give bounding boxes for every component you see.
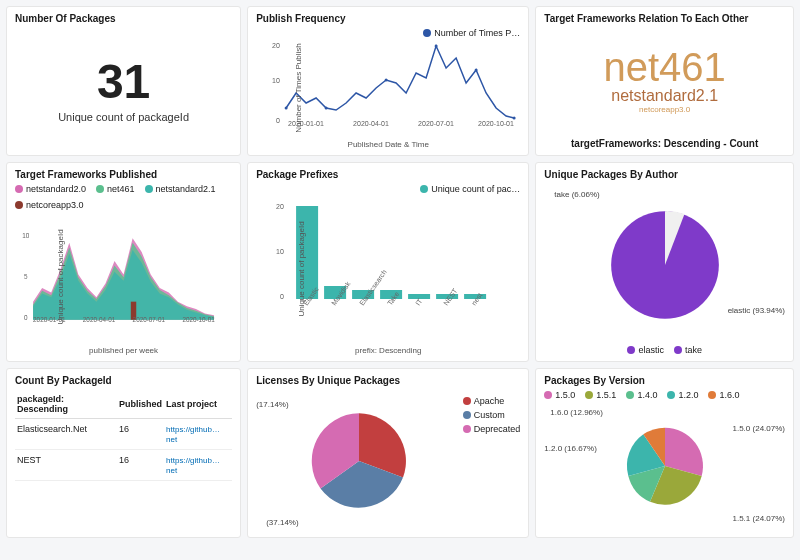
svg-text:2020-04-01: 2020-04-01 — [83, 316, 116, 323]
legend: Apache Custom Deprecated — [463, 396, 521, 531]
legend-item[interactable]: Apache — [463, 396, 505, 406]
legend: 1.5.0 1.5.1 1.4.0 1.2.0 1.6.0 — [544, 390, 785, 400]
panel-title: Target Frameworks Relation To Each Other — [544, 13, 785, 24]
panel-title: Unique Packages By Author — [544, 169, 785, 180]
dot-icon — [15, 201, 23, 209]
legend: Number of Times P… — [256, 28, 520, 38]
legend-item[interactable]: 1.2.0 — [667, 390, 698, 400]
data-table: packageId: Descending Published Last pro… — [15, 390, 232, 481]
svg-text:0: 0 — [280, 293, 284, 300]
svg-text:nest: nest — [470, 292, 483, 307]
panel-target-frameworks-published: Target Frameworks Published netstandard2… — [6, 162, 241, 362]
svg-text:10: 10 — [272, 77, 280, 84]
pie-label: 1.5.1 (24.07%) — [733, 514, 785, 523]
pie-label: take (6.06%) — [554, 190, 599, 199]
svg-text:2020-07-01: 2020-07-01 — [133, 316, 166, 323]
pie-label: (17.14%) — [256, 400, 288, 409]
svg-text:10: 10 — [22, 232, 30, 239]
panel-title: Packages By Version — [544, 375, 785, 386]
table-row[interactable]: Elasticsearch.Net 16 https://github…net — [15, 419, 232, 450]
legend: elastic take — [544, 345, 785, 355]
pie-label: Apache — [412, 434, 439, 443]
svg-text:2020-04-01: 2020-04-01 — [353, 120, 389, 127]
svg-text:5: 5 — [24, 273, 28, 280]
dot-icon — [96, 185, 104, 193]
cloud-word-3[interactable]: netcoreapp3.0 — [639, 105, 690, 114]
table-row[interactable]: NEST 16 https://github…net — [15, 450, 232, 481]
pie-chart[interactable]: (17.14%) (37.14%) Apache — [256, 390, 463, 531]
legend: netstandard2.0 net461 netstandard2.1 net… — [15, 184, 232, 210]
svg-text:10: 10 — [276, 248, 284, 255]
svg-text:20: 20 — [272, 42, 280, 49]
dot-icon — [674, 346, 682, 354]
metric-value: 31 — [97, 54, 150, 109]
svg-text:2020-10-01: 2020-10-01 — [182, 316, 215, 323]
svg-point-3 — [285, 107, 288, 110]
x-axis-label: published per week — [15, 346, 232, 355]
legend-item[interactable]: 1.6.0 — [708, 390, 739, 400]
area-chart[interactable]: Unique count of packageId 0510 2020-01-0… — [15, 210, 232, 344]
svg-text:2020-10-01: 2020-10-01 — [478, 120, 514, 127]
legend-item[interactable]: netcoreapp3.0 — [15, 200, 84, 210]
pie-label: 1.5.0 (24.07%) — [733, 424, 785, 433]
svg-text:20: 20 — [276, 203, 284, 210]
panel-packages-by-version: Packages By Version 1.5.0 1.5.1 1.4.0 1.… — [535, 368, 794, 538]
legend-item[interactable]: 1.5.0 — [544, 390, 575, 400]
dot-icon — [463, 411, 471, 419]
panel-target-frameworks-cloud: Target Frameworks Relation To Each Other… — [535, 6, 794, 156]
svg-text:0: 0 — [24, 314, 28, 321]
pie-label: (37.14%) — [266, 518, 298, 527]
cloud-subtitle: targetFrameworks: Descending - Count — [544, 138, 785, 149]
legend-item[interactable]: take — [674, 345, 702, 355]
dot-icon — [463, 425, 471, 433]
legend-item[interactable]: Deprecated — [463, 424, 521, 434]
legend-item[interactable]: elastic — [627, 345, 664, 355]
pie-chart[interactable]: 1.6.0 (12.96%) 1.5.0 (24.07%) 1.2.0 (16.… — [544, 400, 785, 531]
dot-icon — [585, 391, 593, 399]
legend-item[interactable]: netstandard2.0 — [15, 184, 86, 194]
legend-item[interactable]: 1.4.0 — [626, 390, 657, 400]
x-axis-label: Published Date & Time — [256, 140, 520, 149]
pie-label: 1.2.0 (16.67%) — [544, 444, 596, 453]
y-axis-label: Unique count of packageId — [56, 229, 65, 324]
col-header[interactable]: Published — [117, 390, 164, 419]
tag-cloud[interactable]: net461 netstandard2.1 netcoreapp3.0 — [544, 28, 785, 132]
metric-label: Unique count of packageId — [58, 111, 189, 123]
cloud-word-2[interactable]: netstandard2.1 — [611, 87, 718, 105]
dot-icon — [708, 391, 716, 399]
dot-icon — [627, 346, 635, 354]
svg-point-5 — [385, 79, 388, 82]
svg-point-6 — [435, 45, 438, 48]
line-chart[interactable]: Number of Times Publish 01020 2020-01-01… — [256, 38, 520, 138]
legend-item[interactable]: netstandard2.1 — [145, 184, 216, 194]
y-axis-label: Number of Times Publish — [294, 43, 303, 132]
legend-item[interactable]: net461 — [96, 184, 135, 194]
panel-title: Package Prefixes — [256, 169, 520, 180]
svg-text:Elasticsearch: Elasticsearch — [358, 268, 388, 306]
project-link[interactable]: https://github…net — [166, 456, 220, 475]
project-link[interactable]: https://github…net — [166, 425, 220, 444]
legend-item[interactable]: Unique count of pac… — [420, 184, 520, 194]
panel-title: Publish Frequency — [256, 13, 520, 24]
legend-item[interactable]: Number of Times P… — [423, 28, 520, 38]
dot-icon — [420, 185, 428, 193]
legend: Unique count of pac… — [256, 184, 520, 194]
pie-chart[interactable]: take (6.06%) elastic (93.94%) — [544, 184, 785, 345]
svg-text:0: 0 — [276, 117, 280, 124]
dot-icon — [145, 185, 153, 193]
dot-icon — [544, 391, 552, 399]
pie-label: 1.6.0 (12.96%) — [550, 408, 602, 417]
y-axis-label: Unique count of packageId — [297, 221, 306, 316]
panel-title: Target Frameworks Published — [15, 169, 232, 180]
bar-chart[interactable]: Unique count of packageId 01020 Elastic … — [256, 194, 520, 344]
svg-text:2020-07-01: 2020-07-01 — [418, 120, 454, 127]
panel-count-by-packageid: Count By PackageId packageId: Descending… — [6, 368, 241, 538]
panel-unique-packages-by-author: Unique Packages By Author take (6.06%) e… — [535, 162, 794, 362]
cloud-word-1[interactable]: net461 — [603, 47, 725, 87]
legend-item[interactable]: 1.5.1 — [585, 390, 616, 400]
panel-title: Number Of Packages — [15, 13, 232, 24]
col-header[interactable]: packageId: Descending — [15, 390, 117, 419]
col-header[interactable]: Last project — [164, 390, 232, 419]
legend-item[interactable]: Custom — [463, 410, 505, 420]
panel-publish-frequency: Publish Frequency Number of Times P… Num… — [247, 6, 529, 156]
